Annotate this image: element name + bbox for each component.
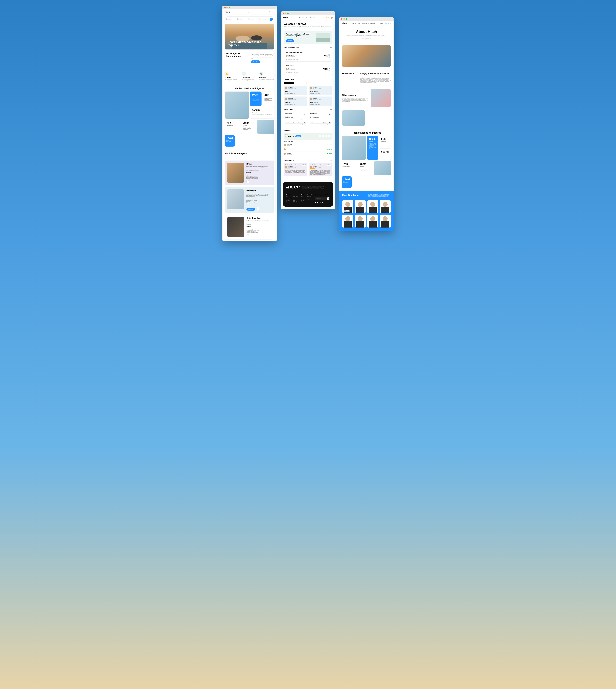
close-dot[interactable] — [283, 13, 284, 14]
advantages-section: Advantages of choosing hitch Choose Hitc… — [222, 49, 277, 66]
youtube-icon[interactable]: ▶ — [317, 202, 318, 203]
team-member-card[interactable] — [342, 215, 353, 227]
edit-icon[interactable]: ✎ — [328, 113, 331, 116]
edit-icon[interactable]: ✎ — [303, 113, 306, 116]
offer-ride-link[interactable]: Offer Ride — [263, 12, 267, 13]
withdraw-button[interactable]: Withdraw — [295, 135, 302, 137]
globe-icon[interactable]: 🌐 — [386, 23, 387, 24]
nav-wallet[interactable]: Wallet — [306, 17, 308, 18]
driver-arrow-button[interactable]: → — [246, 180, 249, 183]
globe-icon[interactable]: 🌐 — [268, 12, 270, 13]
twitter-icon[interactable]: ✕ — [322, 202, 323, 203]
request-card[interactable]: Ollie RockSat 11 May 2024, 5:30am ₹480.1… — [309, 86, 332, 95]
bell-icon[interactable]: 🔔 — [326, 17, 327, 18]
currency-inr[interactable]: ₹ — [322, 135, 324, 137]
transaction-row[interactable]: Sofia BakerReceived • 11m 56.41 EUR — [284, 143, 332, 147]
offer-ride-link[interactable]: Offer Ride — [380, 23, 384, 24]
persona-passengers: Passengers For ride-takers, Hitch offers… — [225, 187, 274, 213]
search-who[interactable]: Who Guests you bring along — [259, 18, 268, 20]
facebook-icon[interactable]: ◼ — [315, 202, 316, 203]
team-member-card[interactable]: NizolSoftware Engineer — [342, 200, 353, 213]
driver-photo — [227, 163, 244, 183]
close-dot[interactable] — [341, 18, 343, 20]
request-filter-pills: New Requests (4) Pending reviews (2) All… — [281, 82, 335, 84]
nav-passenger[interactable]: Passenger — [245, 12, 250, 13]
pill-new[interactable]: New Requests (4) — [284, 82, 294, 84]
team-member-card[interactable] — [380, 215, 391, 227]
maximize-dot[interactable] — [229, 7, 230, 8]
cart-icon[interactable]: 🛒 — [328, 17, 330, 18]
maximize-dot[interactable] — [346, 18, 347, 20]
nav-hub[interactable]: Commute Hub — [251, 12, 258, 13]
avatar-icon[interactable] — [273, 12, 274, 13]
nav-driver[interactable]: Driver — [241, 12, 243, 13]
request-card[interactable]: Arun SehgalSat 11 May 2024, 5:30am ₹480.… — [284, 96, 307, 106]
nav-hub[interactable]: Commute Hub — [369, 23, 375, 24]
see-all-link[interactable]: See all — [330, 160, 332, 161]
leaf-icon: 🌿 — [259, 72, 263, 76]
brand-logo[interactable]: Hitch — [342, 22, 347, 24]
search-to[interactable]: To Start destination — [237, 18, 247, 20]
newsletter-submit[interactable]: → — [327, 197, 329, 200]
hero-headline: Share rides & save miles together — [227, 40, 271, 47]
stat-photo-2 — [257, 120, 274, 134]
request-card[interactable]: Ollie RockSat 11 May 2024, 5:30am ₹480.1… — [309, 96, 332, 106]
minimize-dot[interactable] — [343, 18, 345, 20]
pill-all[interactable]: All requests (24) — [308, 82, 318, 84]
passengers-know-more[interactable]: Know More — [246, 208, 256, 210]
cart-icon[interactable]: 🛒 — [271, 12, 272, 13]
post-trip-button[interactable]: Post Trip — [286, 39, 294, 42]
transaction-row[interactable]: Jordy ArthurReceived • 11m + 30.60 EUR — [284, 147, 332, 152]
search-button[interactable]: ⌕ — [270, 18, 273, 21]
stat-smiles: 25K Smiles Spread — [379, 136, 391, 147]
see-all-link[interactable]: See all — [330, 47, 332, 48]
avatar-icon[interactable] — [390, 23, 391, 24]
advantages-desc: Choose Hitch for an unparalleled transpo… — [251, 52, 274, 59]
minimize-dot[interactable] — [226, 7, 228, 8]
reviews-grid: Juhu Beach – Gateway Of IndiaTrip Detail… — [281, 163, 335, 180]
trip-card[interactable]: Solan - Shimla Noah Armstrum Sat 11 May,… — [284, 63, 332, 75]
team-member-card[interactable] — [355, 200, 366, 213]
trip-card[interactable]: Juhu Beach - Gateway Of India Arun Sehga… — [284, 50, 332, 62]
team-member-card[interactable] — [367, 215, 378, 227]
nav-trips[interactable]: Your Trips — [310, 17, 315, 18]
nav-requests[interactable]: Requests — [299, 17, 304, 18]
nav-about[interactable]: About Us — [351, 23, 356, 24]
earnings-box: Total Earned ₹480.12 Withdraw $ ₹ € £ — [284, 133, 332, 139]
about-hero-image — [342, 45, 391, 67]
trip-details-link[interactable]: Trip Details — [327, 164, 331, 165]
instagram-icon[interactable]: ◉ — [320, 202, 321, 203]
currency-eur[interactable]: € — [325, 135, 327, 137]
know-more-button[interactable]: Know More — [251, 61, 260, 63]
search-when[interactable]: When Days you commute — [248, 18, 258, 20]
nav-passenger[interactable]: Passenger — [362, 23, 367, 24]
currency-usd[interactable]: $ — [318, 135, 321, 137]
team-member-card[interactable] — [355, 215, 366, 227]
nav-about[interactable]: About Us — [235, 12, 239, 13]
nav-driver[interactable]: Driver — [358, 23, 360, 24]
pill-pending[interactable]: Pending reviews (2) — [295, 82, 307, 84]
posted-grid: Travel Details✎ Trip Route Sat 11 May, 7… — [281, 112, 335, 127]
team-member-card[interactable] — [380, 200, 391, 213]
search-from[interactable]: From Start destination — [226, 18, 236, 20]
minimize-dot[interactable] — [285, 13, 286, 14]
daily-arrow-button[interactable]: → — [246, 234, 249, 237]
transaction-row[interactable]: Ruby BellReceived • Mar6 + 56.30 EUR — [284, 152, 332, 156]
see-all-link[interactable]: See all — [330, 109, 332, 110]
maximize-dot[interactable] — [287, 13, 289, 14]
request-card[interactable]: Arun SehgalSat 11 May 2024, 5:30am ₹480.… — [284, 86, 307, 95]
trip-details-link[interactable]: Trip Details — [302, 164, 306, 165]
currency-gbp[interactable]: £ — [328, 135, 331, 137]
cart-icon[interactable]: 🛒 — [388, 23, 389, 24]
persona-driver: Driver For ride-sharers, Hitch offers a … — [225, 160, 274, 185]
close-dot[interactable] — [224, 7, 225, 8]
promo-title: Post your new trip and explore new desti… — [286, 33, 313, 37]
brand-logo[interactable]: Hitch — [283, 17, 288, 19]
user-avatar[interactable] — [331, 17, 333, 19]
welcome-sub: Welcome to Hitch, Andrew! We're thrilled… — [284, 26, 332, 28]
passengers-arrow-button[interactable]: → — [257, 207, 259, 210]
about-hero: About Hitch Hitch revolutionizes urban t… — [339, 26, 394, 42]
team-member-card[interactable] — [367, 200, 378, 213]
newsletter-input[interactable] — [315, 197, 327, 200]
brand-logo[interactable]: Hitch — [225, 11, 230, 13]
